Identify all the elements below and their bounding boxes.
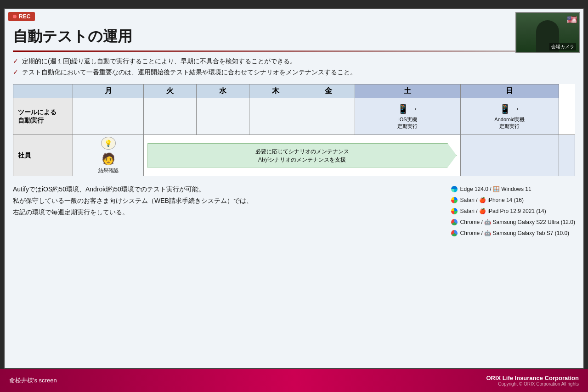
arrow-banner-cell: 必要に応じてシナリオのメンテナンス AIがシナリオのメンテナンスを支援 <box>144 135 461 176</box>
edge-icon <box>451 186 458 192</box>
env-item-chrome-tab: Chrome / 🤖 Samsung Galaxy Tab S7 (10.0) <box>451 228 575 239</box>
phone-icon-1: 📱 <box>397 103 409 114</box>
ios-cell: 📱 → iOS実機定期実行 <box>358 103 458 129</box>
bottom-info: AutifyではiOS約50環境、Android約50環境でのテスト実行が可能。… <box>13 184 575 239</box>
bullet-item-1: ✓ 定期的に(週１回)繰り返し自動で実行することにより、早期に不具合を検知するこ… <box>13 57 575 66</box>
bullet-section: ✓ 定期的に(週１回)繰り返し自動で実行することにより、早期に不具合を検知するこ… <box>13 57 575 77</box>
bullet-check-2: ✓ <box>13 68 18 76</box>
android-cell: 📱 → Andoroid実機定期実行 <box>464 103 556 129</box>
env-item-safari-ipad: Safari / 🍎 iPad Pro 12.9 2021 (14) <box>451 206 575 217</box>
slide-title: 自動テストの運用 <box>13 17 575 47</box>
tool-tue <box>144 98 197 135</box>
ios-label: iOS実機定期実行 <box>397 116 418 129</box>
person-icon: 🧑 <box>102 152 115 165</box>
android-label: Andoroid実機定期実行 <box>494 116 525 129</box>
chrome-icon-2 <box>451 230 458 236</box>
tool-row: ツールによる自動実行 📱 → iOS実機 <box>13 98 575 135</box>
android-phone-icons: 📱 → <box>499 103 520 114</box>
camera-flag: 🇺🇸 <box>567 15 577 25</box>
tool-row-header: ツールによる自動実行 <box>13 98 73 135</box>
header-thu: 木 <box>249 84 302 98</box>
bottom-line-3: 右記の環境で毎週定期実行をしている。 <box>13 207 442 218</box>
edge-text: Edge 124.0 / 🪟 Windows 11 <box>460 184 531 195</box>
footer-copyright: Copyright © ORIX Corporation All rights <box>486 381 579 386</box>
header-empty <box>13 84 73 98</box>
person-label: 結果確認 <box>98 167 119 174</box>
env-item-safari-iphone: Safari / 🍎 iPhone 14 (16) <box>451 195 575 206</box>
rec-label: REC <box>19 13 30 20</box>
rec-badge: REC <box>8 12 35 21</box>
footer-right: ORIX Life Insurance Corporation Copyrigh… <box>486 375 579 386</box>
bullet-item-2: ✓ テスト自動化において一番重要なのは、運用開始後テスト結果や環境に合わせてシナ… <box>13 68 575 77</box>
tool-sat: 📱 → iOS実機定期実行 <box>355 98 461 135</box>
env-item-edge: Edge 124.0 / 🪟 Windows 11 <box>451 184 575 195</box>
phone-icon-2: 📱 <box>499 103 511 114</box>
person-container: 💡 🧑 結果確認 <box>76 137 141 174</box>
safari-ipad-text: Safari / 🍎 iPad Pro 12.9 2021 (14) <box>460 206 546 217</box>
camera-preview: 🇺🇸 会場カメラ <box>515 12 580 53</box>
bullet-check-1: ✓ <box>13 57 18 65</box>
ios-phone-icons: 📱 → <box>397 103 418 114</box>
tool-fri <box>302 98 355 135</box>
slide-area: 自動テストの運用 ✓ 定期的に(週１回)繰り返し自動で実行することにより、早期に… <box>4 8 584 369</box>
env-item-chrome-s22: Chrome / 🤖 Samsung Galaxy S22 Ultra (12.… <box>451 217 575 228</box>
arrow-text-2: AIがシナリオのメンテナンスを支援 <box>155 156 449 164</box>
schedule-table: 月 火 水 木 金 土 日 ツールによる自動実行 <box>13 84 575 176</box>
footer-bar: 命松井様's screen ORIX Life Insurance Corpor… <box>0 369 588 392</box>
employee-row-header: 社員 <box>13 135 73 176</box>
employee-mon: 💡 🧑 結果確認 <box>73 135 144 176</box>
arrow-text-1: 必要に応じてシナリオのメンテナンス <box>155 147 449 156</box>
header-wed: 水 <box>197 84 249 98</box>
env-list: Edge 124.0 / 🪟 Windows 11 Safari / 🍎 iPh… <box>451 184 575 239</box>
chrome-tab-text: Chrome / 🤖 Samsung Galaxy Tab S7 (10.0) <box>460 228 570 239</box>
footer-company: ORIX Life Insurance Corporation <box>486 375 579 381</box>
camera-label: 会場カメラ <box>549 43 576 50</box>
slide-content: 自動テストの運用 ✓ 定期的に(週１回)繰り返し自動で実行することにより、早期に… <box>13 17 575 360</box>
header-tue: 火 <box>144 84 197 98</box>
footer-left: 命松井様's screen <box>9 376 57 385</box>
employee-sat <box>460 135 559 176</box>
bullet-text-1: 定期的に(週１回)繰り返し自動で実行することにより、早期に不具合を検知することが… <box>22 57 296 66</box>
chrome-icon-1 <box>451 219 458 225</box>
safari-icon-2 <box>451 208 458 214</box>
safari-iphone-text: Safari / 🍎 iPhone 14 (16) <box>460 195 524 206</box>
header-mon: 月 <box>73 84 144 98</box>
chrome-s22-text: Chrome / 🤖 Samsung Galaxy S22 Ultra (12.… <box>460 217 575 228</box>
employee-sun <box>559 135 575 176</box>
title-underline <box>13 50 575 52</box>
tool-mon <box>73 98 144 135</box>
bottom-line-2: 私が保守している一般のお客さま向けシステム（WEB請求手続きシステム）では、 <box>13 195 442 207</box>
bullet-text-2: テスト自動化において一番重要なのは、運用開始後テスト結果や環境に合わせてシナリオ… <box>22 68 356 77</box>
lightbulb-bubble: 💡 <box>101 137 116 150</box>
safari-icon-1 <box>451 197 458 203</box>
bottom-line-1: AutifyではiOS約50環境、Android約50環境でのテスト実行が可能。 <box>13 184 442 195</box>
arrow-icon-2: → <box>513 105 520 113</box>
monitor-frame: REC 🇺🇸 会場カメラ 自動テストの運用 ✓ 定期的に(週１回)繰り返し自動で… <box>0 0 588 392</box>
bottom-text: AutifyではiOS約50環境、Android約50環境でのテスト実行が可能。… <box>13 184 442 239</box>
header-fri: 金 <box>302 84 355 98</box>
employee-row: 社員 💡 🧑 結果確認 必要に応じてシナリオのメンテナンス AIがシ <box>13 135 575 176</box>
arrow-banner: 必要に応じてシナリオのメンテナンス AIがシナリオのメンテナンスを支援 <box>147 143 457 168</box>
arrow-icon-1: → <box>411 105 418 113</box>
header-sun: 日 <box>460 84 559 98</box>
tool-wed <box>197 98 249 135</box>
header-sat: 土 <box>355 84 461 98</box>
rec-dot <box>13 15 17 18</box>
tool-sun: 📱 → Andoroid実機定期実行 <box>460 98 559 135</box>
tool-thu <box>249 98 302 135</box>
